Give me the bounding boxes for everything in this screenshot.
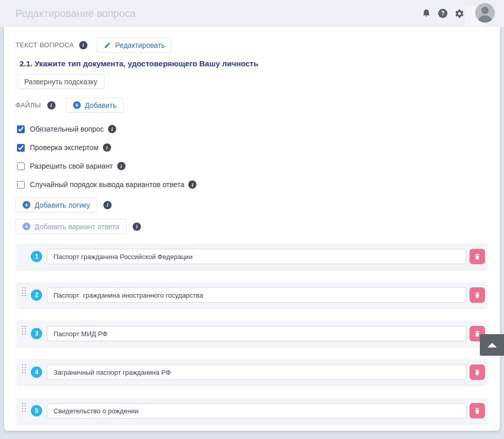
- add-answer-label: Добавить вариант ответа: [34, 223, 119, 231]
- answer-row: 4: [17, 359, 487, 385]
- help-icon[interactable]: ?: [438, 9, 447, 18]
- answer-row: 1: [17, 244, 487, 269]
- option-row-random-order: Случайный порядок вывода вариантов ответ…: [17, 179, 489, 190]
- option-row-own-variant: Разрешить свой вариант i: [17, 160, 489, 172]
- delete-answer-button[interactable]: [470, 249, 485, 264]
- question-editor-panel: ТЕКСТ ВОПРОСА i Редактировать 2.1. Укажи…: [4, 27, 500, 431]
- add-logic-row: + Добавить логику i: [15, 197, 489, 212]
- delete-answer-button[interactable]: [470, 364, 485, 380]
- add-answer-button[interactable]: + Добавить вариант ответа: [15, 219, 127, 234]
- drag-handle-icon[interactable]: [22, 403, 28, 413]
- answer-number-badge: 2: [31, 289, 42, 301]
- question-text: 2.1. Укажите тип документа, удостоверяющ…: [20, 59, 489, 68]
- answer-number-badge: 3: [31, 328, 42, 339]
- option-row-expert-review: Проверка экспертом i: [17, 142, 489, 153]
- pencil-icon: [104, 42, 111, 49]
- info-icon[interactable]: i: [47, 101, 56, 109]
- top-header: Редактирование вопроса ?: [0, 0, 504, 27]
- info-icon[interactable]: i: [103, 201, 112, 209]
- drag-handle-icon[interactable]: [22, 325, 28, 336]
- avatar-area: [471, 3, 495, 27]
- add-file-label: Добавить: [85, 101, 117, 109]
- random-order-label: Случайный порядок вывода вариантов ответ…: [30, 180, 184, 189]
- expand-hint-label: Развернуть подсказку: [24, 78, 97, 86]
- expert-review-checkbox[interactable]: [17, 144, 25, 152]
- drag-handle-icon[interactable]: [22, 287, 28, 297]
- info-icon[interactable]: i: [133, 223, 141, 231]
- add-logic-label: Добавить логику: [34, 201, 90, 209]
- info-icon[interactable]: i: [117, 162, 125, 170]
- answer-text-input[interactable]: [47, 403, 466, 418]
- arrow-up-icon: [488, 343, 497, 347]
- trash-icon: [474, 291, 481, 299]
- info-icon[interactable]: i: [108, 125, 116, 133]
- add-answer-row: + Добавить вариант ответа i: [15, 219, 489, 234]
- answer-number-badge: 5: [31, 405, 42, 416]
- edit-question-label: Редактировать: [115, 41, 165, 49]
- answer-number-badge: 1: [31, 251, 42, 262]
- files-label: ФАЙЛЫ: [15, 101, 41, 109]
- trash-icon: [474, 407, 481, 414]
- option-row-required: Обязательный вопрос i: [17, 123, 489, 135]
- question-text-section-header: ТЕКСТ ВОПРОСА i Редактировать: [15, 38, 489, 52]
- avatar[interactable]: [475, 3, 495, 23]
- add-logic-button[interactable]: + Добавить логику: [15, 197, 97, 212]
- answer-row: 3: [17, 321, 487, 346]
- info-icon[interactable]: i: [79, 41, 87, 49]
- answer-row: 5: [17, 398, 487, 424]
- allow-own-variant-label: Разрешить свой вариант: [30, 162, 113, 170]
- answer-row: 2: [17, 282, 487, 308]
- plus-circle-icon: +: [23, 223, 30, 230]
- expert-review-label: Проверка экспертом: [30, 143, 99, 152]
- answer-number-badge: 4: [31, 367, 42, 378]
- required-question-label: Обязательный вопрос: [30, 125, 104, 133]
- scroll-to-top-button[interactable]: [480, 334, 504, 356]
- answer-text-input[interactable]: [47, 249, 466, 264]
- trash-icon: [474, 369, 481, 376]
- info-icon[interactable]: i: [103, 143, 111, 152]
- trash-icon: [474, 253, 481, 260]
- bell-icon[interactable]: [421, 8, 431, 19]
- expand-hint-button[interactable]: Развернуть подсказку: [17, 74, 104, 89]
- add-file-button[interactable]: + Добавить: [66, 98, 124, 113]
- plus-circle-icon: +: [73, 101, 81, 109]
- required-question-checkbox[interactable]: [17, 125, 25, 133]
- gear-icon[interactable]: [454, 8, 464, 19]
- edit-question-button[interactable]: Редактировать: [97, 38, 172, 52]
- info-icon[interactable]: i: [188, 180, 196, 189]
- answer-text-input[interactable]: [47, 287, 466, 303]
- answer-text-input[interactable]: [47, 364, 466, 380]
- random-order-checkbox[interactable]: [17, 181, 25, 189]
- answers-list: 1 2 3: [15, 244, 489, 424]
- files-section: ФАЙЛЫ i + Добавить: [15, 98, 489, 113]
- plus-circle-icon: +: [23, 201, 30, 209]
- delete-answer-button[interactable]: [470, 287, 485, 303]
- header-icons: ?: [421, 0, 495, 27]
- drag-handle-icon[interactable]: [22, 364, 28, 374]
- allow-own-variant-checkbox[interactable]: [17, 162, 25, 170]
- page-title: Редактирование вопроса: [15, 8, 421, 20]
- delete-answer-button[interactable]: [470, 403, 485, 418]
- question-text-label: ТЕКСТ ВОПРОСА: [15, 41, 74, 49]
- answer-text-input[interactable]: [47, 326, 466, 341]
